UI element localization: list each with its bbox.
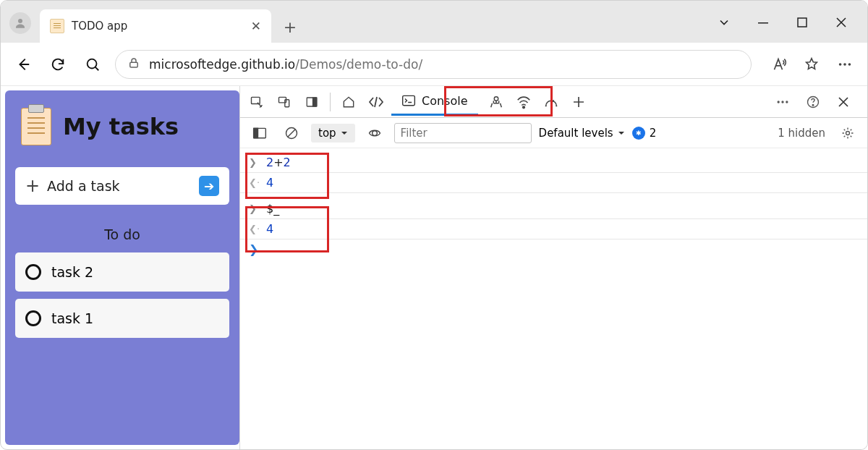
new-tab-button[interactable]: + — [276, 12, 305, 41]
svg-rect-1 — [758, 22, 768, 24]
search-button[interactable] — [80, 52, 105, 77]
address-bar[interactable]: microsoftedge.github.io/Demos/demo-to-do… — [115, 50, 752, 79]
add-task-input[interactable]: + Add a task ➔ — [15, 167, 229, 205]
close-tab-icon[interactable]: ✕ — [251, 19, 261, 33]
minimize-button[interactable] — [754, 14, 772, 31]
svg-rect-2 — [798, 18, 807, 27]
console-input-row: ❯ $_ — [240, 199, 867, 219]
tab-favicon-icon — [50, 19, 64, 33]
svg-rect-22 — [254, 128, 258, 137]
svg-point-25 — [846, 131, 850, 135]
console-output-row: ❮· 4 — [240, 219, 867, 239]
console-tab[interactable]: Console — [391, 88, 478, 116]
task-row[interactable]: task 2 — [15, 252, 229, 292]
browser-tab[interactable]: TODO app ✕ — [40, 9, 271, 43]
elements-tab[interactable] — [364, 90, 388, 114]
section-heading: To do — [15, 226, 229, 242]
console-tab-label: Console — [422, 94, 468, 108]
console-toolbar: top Default levels ✱ 2 1 hidden — [240, 118, 867, 148]
sources-tab[interactable] — [484, 90, 509, 114]
device-toggle-button[interactable] — [272, 90, 297, 114]
read-aloud-button[interactable] — [766, 52, 791, 77]
svg-point-15 — [522, 106, 524, 108]
maximize-button[interactable] — [793, 14, 811, 31]
performance-tab[interactable] — [539, 90, 563, 114]
lock-icon — [127, 56, 140, 72]
inspect-button[interactable] — [244, 90, 269, 114]
tab-actions-button[interactable] — [715, 14, 733, 31]
checkbox-icon[interactable] — [25, 310, 41, 326]
checkbox-icon[interactable] — [25, 264, 41, 280]
svg-rect-4 — [130, 62, 138, 67]
issues-button[interactable]: ✱ 2 — [632, 127, 657, 140]
log-levels-selector[interactable]: Default levels — [539, 127, 625, 140]
close-devtools-button[interactable] — [831, 90, 856, 114]
sidebar-toggle-button[interactable] — [247, 121, 272, 145]
favorite-button[interactable] — [799, 52, 824, 77]
more-tools-button[interactable] — [770, 90, 795, 114]
help-button[interactable] — [801, 90, 825, 114]
context-selector[interactable]: top — [311, 124, 355, 143]
add-task-label: Add a task — [47, 178, 120, 194]
console-output[interactable]: ❯ 2+2 ❮· 4 ❯ $_ ❮· 4 ❯ — [240, 148, 867, 449]
toolbar: microsoftedge.github.io/Demos/demo-to-do… — [1, 43, 867, 86]
svg-point-17 — [781, 101, 783, 103]
back-button[interactable] — [11, 52, 35, 77]
tab-title: TODO app — [72, 20, 127, 33]
devtools-tabbar: Console — [240, 86, 867, 118]
todo-app: My tasks + Add a task ➔ To do task 2 tas… — [5, 90, 239, 445]
svg-rect-12 — [313, 98, 317, 106]
svg-point-20 — [812, 104, 814, 106]
svg-rect-10 — [285, 99, 289, 106]
profile-avatar[interactable] — [9, 12, 31, 34]
filter-input[interactable] — [394, 123, 532, 143]
svg-point-0 — [18, 19, 22, 23]
clipboard-icon — [21, 108, 51, 145]
svg-point-5 — [839, 63, 842, 66]
network-tab[interactable] — [511, 90, 536, 114]
page-title: My tasks — [63, 113, 179, 140]
console-settings-button[interactable] — [835, 121, 860, 145]
console-prompt[interactable]: ❯ — [240, 239, 867, 259]
svg-point-14 — [494, 96, 498, 101]
svg-point-24 — [372, 130, 377, 135]
url-text: microsoftedge.github.io/Demos/demo-to-do… — [149, 57, 422, 72]
task-row[interactable]: task 1 — [15, 299, 229, 338]
plus-icon: + — [25, 176, 40, 196]
welcome-tab[interactable] — [336, 90, 361, 114]
console-output-row: ❮· 4 — [240, 173, 867, 193]
refresh-button[interactable] — [46, 52, 70, 77]
more-button[interactable] — [833, 52, 857, 77]
svg-rect-13 — [403, 95, 415, 105]
close-window-button[interactable] — [833, 14, 850, 31]
annotation-highlight — [245, 206, 329, 252]
svg-point-3 — [88, 59, 97, 68]
task-label: task 2 — [51, 264, 93, 280]
live-expression-button[interactable] — [362, 121, 387, 145]
issues-icon: ✱ — [632, 127, 645, 140]
svg-point-7 — [848, 63, 851, 66]
dock-button[interactable] — [299, 90, 324, 114]
window-titlebar: TODO app ✕ + — [1, 1, 867, 43]
more-tabs-button[interactable] — [566, 90, 591, 114]
svg-point-16 — [778, 101, 780, 103]
submit-task-button[interactable]: ➔ — [199, 176, 219, 196]
svg-rect-8 — [252, 97, 260, 103]
task-label: task 1 — [51, 310, 93, 326]
svg-point-6 — [843, 63, 846, 66]
svg-point-18 — [786, 101, 788, 103]
hidden-count: 1 hidden — [778, 127, 825, 140]
annotation-highlight — [245, 153, 329, 199]
clear-console-button[interactable] — [279, 121, 304, 145]
console-input-row: ❯ 2+2 — [240, 153, 867, 173]
devtools-panel: Console top Default levels — [239, 86, 867, 449]
